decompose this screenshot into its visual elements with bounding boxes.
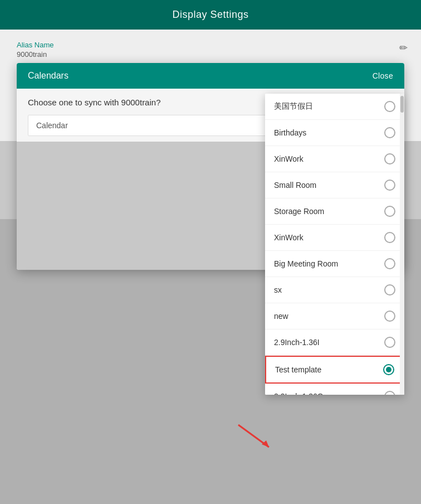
list-item[interactable]: XinWork — [265, 146, 404, 172]
radio-button[interactable] — [384, 391, 395, 395]
dropdown-scroll-area[interactable]: 美国节假日 Birthdays XinWork Small Room Stora… — [265, 94, 404, 395]
radio-button-selected[interactable] — [383, 364, 394, 375]
arrow-indicator — [233, 419, 277, 455]
list-item[interactable]: XinWork — [265, 225, 404, 251]
list-item-selected[interactable]: Test template — [265, 356, 404, 384]
radio-button[interactable] — [384, 232, 395, 243]
radio-button[interactable] — [384, 180, 395, 191]
radio-button[interactable] — [384, 311, 395, 322]
list-item[interactable]: new — [265, 303, 404, 329]
modal-header: Calendars Close — [17, 63, 404, 89]
radio-button[interactable] — [384, 101, 395, 112]
edit-icon[interactable]: ✏ — [399, 42, 408, 54]
page-title: Display Settings — [172, 9, 248, 20]
page-header: Display Settings — [0, 0, 421, 30]
radio-button[interactable] — [384, 153, 395, 164]
list-item[interactable]: Big Meeting Room — [265, 251, 404, 277]
modal-close-button[interactable]: Close — [373, 71, 393, 80]
radio-button[interactable] — [384, 337, 395, 348]
alias-name-value: 9000train — [17, 50, 404, 59]
radio-button[interactable] — [384, 206, 395, 217]
list-item[interactable]: sx — [265, 277, 404, 303]
radio-button[interactable] — [384, 258, 395, 269]
modal-title: Calendars — [28, 71, 68, 81]
alias-name-label: Alias Name — [17, 41, 404, 49]
list-item[interactable]: Storage Room — [265, 198, 404, 225]
list-item[interactable]: 2.9Inch-1.36I — [265, 329, 404, 356]
calendar-column-label: Calendar — [36, 121, 68, 130]
list-item[interactable]: Birthdays — [265, 120, 404, 146]
list-item[interactable]: 美国节假日 — [265, 94, 404, 120]
svg-marker-1 — [262, 440, 269, 447]
radio-button[interactable] — [384, 284, 395, 295]
list-item[interactable]: 2.9Inch-1.36G — [265, 384, 404, 395]
arrow-svg — [233, 419, 277, 453]
calendar-dropdown-list: 美国节假日 Birthdays XinWork Small Room Stora… — [265, 94, 404, 395]
radio-button[interactable] — [384, 127, 395, 138]
list-item[interactable]: Small Room — [265, 172, 404, 198]
